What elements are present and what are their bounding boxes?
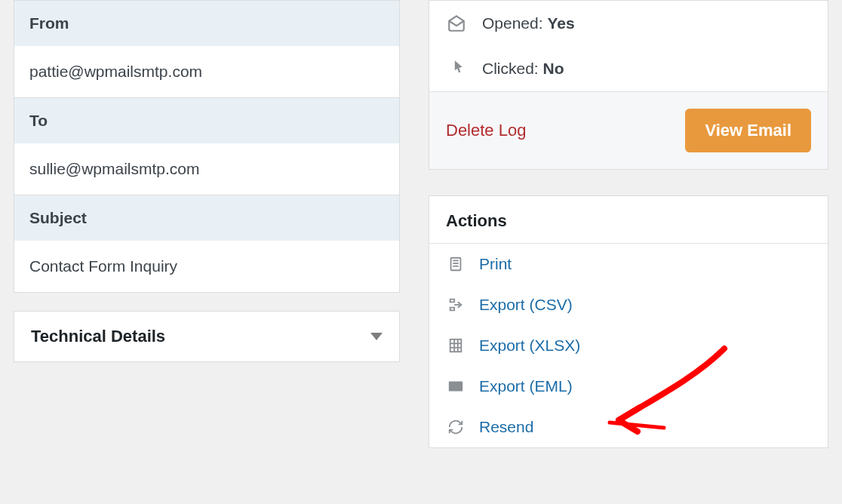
from-value: pattie@wpmailsmtp.com [14, 46, 399, 98]
spreadsheet-icon [446, 336, 466, 355]
clicked-row: Clicked: No [429, 46, 828, 91]
opened-row: Opened: Yes [429, 1, 828, 46]
print-link: Print [479, 255, 512, 273]
svg-rect-4 [450, 340, 462, 352]
action-resend[interactable]: Resend [429, 407, 828, 447]
delete-log-link[interactable]: Delete Log [446, 121, 526, 140]
actions-title: Actions [429, 196, 828, 244]
email-details-card: From pattie@wpmailsmtp.com To sullie@wpm… [14, 0, 400, 293]
pointer-icon [446, 58, 467, 79]
export-eml-link: Export (EML) [479, 377, 573, 395]
document-icon [446, 254, 466, 274]
opened-label: Opened: Yes [482, 14, 575, 32]
export-xlsx-link: Export (XLSX) [479, 337, 580, 355]
refresh-icon [446, 417, 466, 437]
subject-label: Subject [14, 195, 399, 241]
subject-value: Contact Form Inquiry [14, 241, 399, 292]
action-print[interactable]: Print [429, 244, 828, 284]
export-arrow-icon [446, 295, 466, 315]
action-export-xlsx[interactable]: Export (XLSX) [429, 325, 828, 366]
resend-link: Resend [479, 418, 533, 436]
clicked-label: Clicked: No [482, 60, 564, 78]
to-label: To [14, 98, 399, 143]
status-actions-row: Delete Log View Email [429, 91, 828, 169]
opened-mail-icon [446, 13, 467, 34]
action-export-csv[interactable]: Export (CSV) [429, 284, 828, 325]
technical-details-card: Technical Details [14, 311, 400, 362]
status-card: Opened: Yes Clicked: No Delete Log View … [429, 0, 828, 170]
export-csv-link: Export (CSV) [479, 296, 573, 314]
action-export-eml[interactable]: Export (EML) [429, 366, 828, 407]
technical-details-title: Technical Details [31, 327, 165, 346]
technical-details-toggle[interactable]: Technical Details [14, 312, 399, 361]
from-label: From [14, 1, 399, 46]
to-value: sullie@wpmailsmtp.com [14, 143, 399, 195]
actions-card: Actions Print Export (CSV) Export (XLSX) [429, 195, 828, 448]
chevron-down-icon [370, 333, 383, 340]
view-email-button[interactable]: View Email [685, 109, 811, 152]
envelope-icon [446, 376, 466, 396]
